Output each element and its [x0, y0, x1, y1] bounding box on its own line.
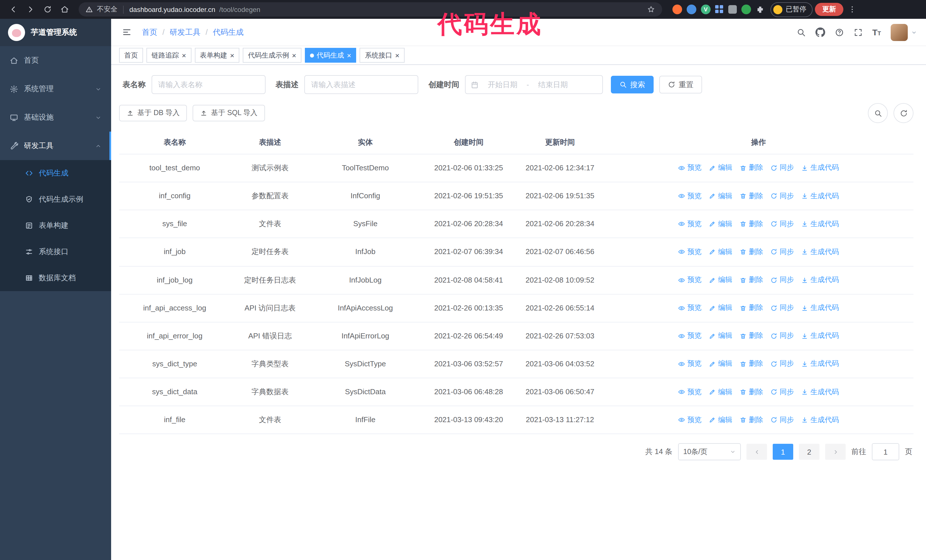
delete-link[interactable]: 删除	[740, 219, 763, 229]
edit-link[interactable]: 编辑	[709, 386, 732, 398]
preview-link[interactable]: 预览	[678, 190, 702, 202]
edit-link[interactable]: 编辑	[709, 163, 732, 174]
preview-link[interactable]: 预览	[678, 414, 702, 426]
extension-icon[interactable]	[672, 5, 682, 14]
sync-link[interactable]: 同步	[770, 302, 794, 314]
sync-link[interactable]: 同步	[770, 219, 794, 229]
generate-code-link[interactable]: 生成代码	[801, 219, 839, 229]
bookmark-star-icon[interactable]	[647, 5, 655, 14]
profile-paused-badge[interactable]: 已暂停	[770, 2, 813, 17]
next-page-button[interactable]	[825, 444, 846, 460]
extension-icon[interactable]	[741, 5, 751, 14]
tab-codegen[interactable]: 代码生成×	[305, 48, 356, 63]
sync-link[interactable]: 同步	[770, 275, 794, 286]
reset-button[interactable]: 重置	[659, 76, 702, 94]
edit-link[interactable]: 编辑	[709, 331, 732, 341]
delete-link[interactable]: 删除	[740, 275, 763, 286]
extension-icon[interactable]	[715, 5, 724, 14]
delete-link[interactable]: 删除	[740, 163, 763, 174]
reload-icon[interactable]	[40, 2, 55, 17]
sync-link[interactable]: 同步	[770, 331, 794, 341]
forward-icon[interactable]	[23, 2, 38, 17]
preview-link[interactable]: 预览	[678, 247, 702, 258]
sidebar-item-db-doc[interactable]: 数据库文档	[0, 265, 111, 291]
table-name-input[interactable]	[151, 75, 265, 94]
sync-link[interactable]: 同步	[770, 386, 794, 398]
generate-code-link[interactable]: 生成代码	[801, 331, 839, 341]
date-end-input[interactable]	[533, 80, 573, 89]
sidebar-item-infrastructure[interactable]: 基础设施	[0, 103, 111, 131]
preview-link[interactable]: 预览	[678, 275, 702, 286]
toggle-search-button[interactable]	[868, 103, 888, 123]
page-button-2[interactable]: 2	[799, 444, 819, 460]
generate-code-link[interactable]: 生成代码	[801, 247, 839, 258]
sidebar-item-codegen[interactable]: 代码生成	[0, 160, 111, 186]
import-sql-button[interactable]: 基于 SQL 导入	[193, 105, 265, 121]
generate-code-link[interactable]: 生成代码	[801, 302, 839, 314]
extension-icon[interactable]	[687, 5, 696, 14]
close-icon[interactable]: ×	[347, 51, 351, 59]
sidebar-item-form-builder[interactable]: 表单构建	[0, 213, 111, 239]
page-button-1[interactable]: 1	[773, 444, 793, 460]
preview-link[interactable]: 预览	[678, 219, 702, 229]
sync-link[interactable]: 同步	[770, 414, 794, 426]
delete-link[interactable]: 删除	[740, 386, 763, 398]
sidebar-item-home[interactable]: 首页	[0, 46, 111, 75]
tab-home[interactable]: 首页	[119, 48, 143, 63]
date-range-picker[interactable]: -	[465, 75, 603, 94]
delete-link[interactable]: 删除	[740, 247, 763, 258]
preview-link[interactable]: 预览	[678, 386, 702, 398]
close-icon[interactable]: ×	[395, 51, 399, 59]
delete-link[interactable]: 删除	[740, 190, 763, 202]
sync-link[interactable]: 同步	[770, 163, 794, 174]
date-start-input[interactable]	[482, 80, 523, 89]
back-icon[interactable]	[6, 2, 21, 17]
prev-page-button[interactable]	[746, 444, 767, 460]
address-bar[interactable]: 不安全 dashboard.yudao.iocoder.cn/tool/code…	[79, 2, 662, 17]
home-icon[interactable]	[57, 2, 72, 17]
puzzle-extensions-icon[interactable]	[756, 5, 765, 14]
sync-link[interactable]: 同步	[770, 247, 794, 258]
generate-code-link[interactable]: 生成代码	[801, 275, 839, 286]
edit-link[interactable]: 编辑	[709, 359, 732, 370]
generate-code-link[interactable]: 生成代码	[801, 386, 839, 398]
extension-icon[interactable]	[728, 5, 737, 14]
close-icon[interactable]: ×	[230, 51, 234, 59]
preview-link[interactable]: 预览	[678, 163, 702, 174]
edit-link[interactable]: 编辑	[709, 414, 732, 426]
sync-link[interactable]: 同步	[770, 359, 794, 370]
browser-update-button[interactable]: 更新	[815, 3, 843, 16]
edit-link[interactable]: 编辑	[709, 190, 732, 202]
import-db-button[interactable]: 基于 DB 导入	[119, 105, 187, 121]
sync-link[interactable]: 同步	[770, 190, 794, 202]
edit-link[interactable]: 编辑	[709, 219, 732, 229]
search-button[interactable]: 搜索	[611, 76, 654, 94]
close-icon[interactable]: ×	[182, 51, 186, 59]
edit-link[interactable]: 编辑	[709, 302, 732, 314]
table-desc-input[interactable]	[304, 75, 418, 94]
font-size-icon[interactable]: TT	[872, 27, 881, 37]
generate-code-link[interactable]: 生成代码	[801, 163, 839, 174]
search-icon[interactable]	[796, 28, 805, 37]
delete-link[interactable]: 删除	[740, 302, 763, 314]
fullscreen-icon[interactable]	[853, 28, 862, 37]
breadcrumb-home[interactable]: 首页	[142, 27, 157, 37]
edit-link[interactable]: 编辑	[709, 247, 732, 258]
delete-link[interactable]: 删除	[740, 414, 763, 426]
close-icon[interactable]: ×	[292, 51, 296, 59]
tab-trace[interactable]: 链路追踪×	[147, 48, 191, 63]
refresh-table-button[interactable]	[894, 103, 914, 123]
extension-icon[interactable]: V	[701, 5, 711, 14]
delete-link[interactable]: 删除	[740, 359, 763, 370]
sidebar-item-system-api[interactable]: 系统接口	[0, 239, 111, 265]
page-size-select[interactable]: 10条/页	[678, 444, 741, 460]
tab-system-api[interactable]: 系统接口×	[360, 48, 405, 63]
delete-link[interactable]: 删除	[740, 331, 763, 341]
sidebar-toggle-icon[interactable]	[120, 26, 133, 38]
sidebar-item-system[interactable]: 系统管理	[0, 75, 111, 103]
tab-form-builder[interactable]: 表单构建×	[195, 48, 239, 63]
sidebar-item-codegen-example[interactable]: 代码生成示例	[0, 186, 111, 213]
tab-codegen-example[interactable]: 代码生成示例×	[243, 48, 301, 63]
preview-link[interactable]: 预览	[678, 331, 702, 341]
preview-link[interactable]: 预览	[678, 359, 702, 370]
